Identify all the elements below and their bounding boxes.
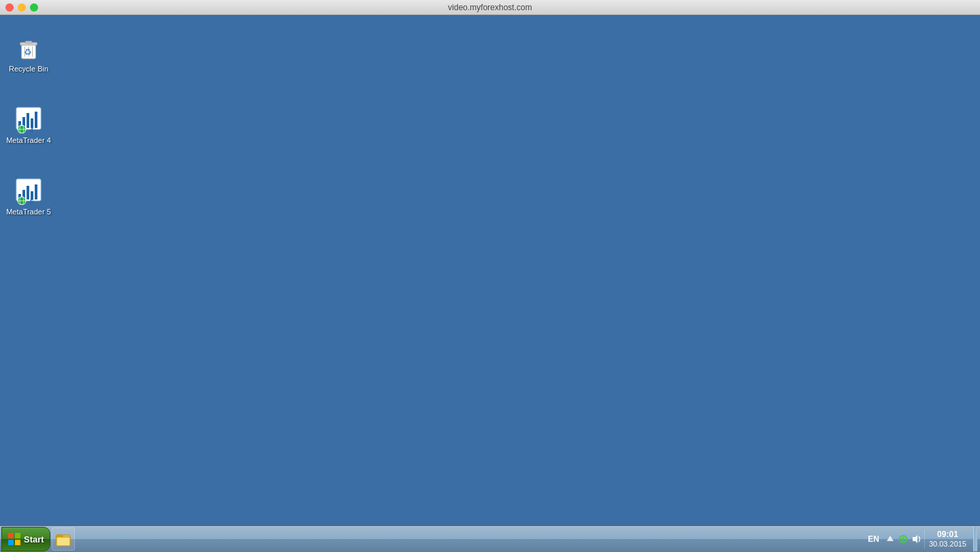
svg-rect-12 <box>35 112 37 128</box>
svg-rect-30 <box>15 540 20 545</box>
svg-rect-27 <box>8 533 14 538</box>
metatrader4-icon: 4 <box>15 106 42 133</box>
svg-rect-29 <box>8 540 14 545</box>
svg-rect-33 <box>56 537 70 546</box>
svg-text:♻: ♻ <box>24 47 32 57</box>
system-clock[interactable]: 09:01 30.03.2015 <box>924 530 970 549</box>
svg-rect-28 <box>15 533 20 538</box>
svg-marker-34 <box>887 536 894 541</box>
recycle-bin-icon: ♻ <box>15 35 42 62</box>
svg-marker-38 <box>913 535 917 543</box>
clock-date: 30.03.2015 <box>929 540 966 549</box>
svg-rect-2 <box>25 42 32 44</box>
window-controls <box>5 3 38 12</box>
desktop-icon-metatrader4[interactable]: 4 MetaTrader 4 <box>3 103 54 148</box>
show-desktop-button[interactable] <box>973 527 977 551</box>
tray-volume-icon[interactable] <box>911 534 921 545</box>
taskbar: Start EN <box>0 525 980 552</box>
desktop-icon-recycle-bin[interactable]: ♻ Recycle Bin <box>3 32 54 76</box>
windows-logo-icon <box>7 532 21 546</box>
tray-network-icon[interactable] <box>898 534 909 545</box>
file-explorer-icon <box>56 532 71 547</box>
metatrader5-icon: 5 <box>15 178 42 205</box>
start-button[interactable]: Start <box>1 527 50 551</box>
desktop: ♻ Recycle Bin 4 MetaT <box>0 15 980 525</box>
svg-rect-10 <box>27 113 29 128</box>
svg-rect-20 <box>27 186 29 199</box>
start-label: Start <box>24 534 44 545</box>
recycle-bin-label: Recycle Bin <box>9 65 48 74</box>
desktop-icon-metatrader5[interactable]: 5 MetaTrader 5 <box>3 175 54 219</box>
metatrader4-label: MetaTrader 4 <box>6 136 51 145</box>
metatrader5-label: MetaTrader 5 <box>6 208 51 216</box>
minimize-button[interactable] <box>18 3 26 12</box>
title-bar: video.myforexhost.com <box>0 0 980 15</box>
system-tray: EN <box>862 526 980 552</box>
close-button[interactable] <box>5 3 14 12</box>
svg-rect-22 <box>35 184 37 199</box>
tray-notification-icon[interactable] <box>885 534 896 545</box>
language-indicator[interactable]: EN <box>865 534 882 544</box>
svg-text:4: 4 <box>30 127 33 133</box>
maximize-button[interactable] <box>30 3 38 12</box>
tray-icons <box>885 534 921 545</box>
clock-time: 09:01 <box>937 530 958 539</box>
taskbar-explorer-item[interactable] <box>52 527 75 551</box>
window-title: video.myforexhost.com <box>448 3 532 12</box>
svg-text:5: 5 <box>30 198 33 205</box>
